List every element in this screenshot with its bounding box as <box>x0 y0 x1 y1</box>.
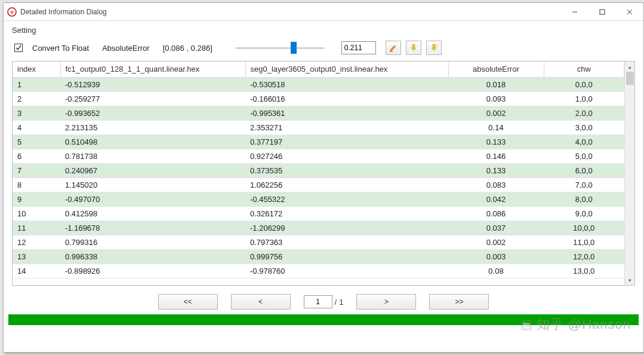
pencil-icon <box>389 44 398 52</box>
table-row[interactable]: 9-0.497070-0.4553220.0428,0,0 <box>13 192 624 206</box>
first-page-button[interactable]: << <box>158 294 218 310</box>
table-row[interactable]: 50.5104980.3771970.1334,0,0 <box>13 134 624 149</box>
table-row[interactable]: 3-0.993652-0.9953610.0022,0,0 <box>13 106 624 120</box>
header-chw[interactable]: chw <box>544 62 624 77</box>
cell-err: 0.133 <box>448 163 544 178</box>
cell-index: 2 <box>13 91 60 106</box>
scroll-thumb[interactable] <box>626 72 634 85</box>
cell-index: 14 <box>13 264 60 278</box>
app-icon: V <box>7 7 17 17</box>
cell-chw: 7,0,0 <box>544 178 624 192</box>
cell-a: -0.512939 <box>60 77 245 91</box>
cell-a: -0.898926 <box>60 264 245 278</box>
header-column-b[interactable]: seg0_layer3605_output0_inst.linear.hex <box>245 62 448 77</box>
table-row[interactable]: 70.2409670.3735350.1336,0,0 <box>13 163 624 178</box>
error-mode-label: AbsoluteError <box>102 44 149 53</box>
pager: << < / 1 > >> <box>4 286 643 314</box>
cell-a: 0.799316 <box>60 235 245 249</box>
controls-row: Convert To Float AbsoluteError [0.086 , … <box>12 38 635 57</box>
table-row[interactable]: 81.1450201.0622560.0837,0,0 <box>13 178 624 192</box>
threshold-slider[interactable] <box>235 41 325 54</box>
cell-index: 7 <box>13 163 60 178</box>
svg-text:V: V <box>10 10 14 15</box>
page-total: 1 <box>339 298 343 307</box>
cell-index: 4 <box>13 120 60 134</box>
edit-button[interactable] <box>386 41 401 55</box>
convert-to-float-checkbox[interactable] <box>14 44 23 52</box>
svg-marker-8 <box>411 48 416 51</box>
next-page-button[interactable]: > <box>356 294 416 310</box>
table-row[interactable]: 42.2131352.3532710.143,0,0 <box>13 120 624 134</box>
table-row[interactable]: 130.9963380.9997560.00312,0,0 <box>13 249 624 264</box>
table-row[interactable]: 60.7817380.9272460.1465,0,0 <box>13 149 624 163</box>
threshold-input[interactable] <box>341 41 376 54</box>
cell-index: 8 <box>13 178 60 192</box>
cell-a: -0.259277 <box>60 91 245 106</box>
cell-chw: 2,0,0 <box>544 106 624 120</box>
cell-chw: 3,0,0 <box>544 120 624 134</box>
cell-chw: 5,0,0 <box>544 149 624 163</box>
svg-rect-9 <box>433 44 435 48</box>
scroll-up-arrow[interactable]: ▴ <box>625 62 634 72</box>
data-table: index fc1_output0_128_1_1_quant.linear.h… <box>13 62 624 279</box>
cell-index: 5 <box>13 134 60 149</box>
maximize-button[interactable] <box>588 3 616 20</box>
cell-index: 10 <box>13 206 60 221</box>
cell-index: 11 <box>13 221 60 235</box>
cell-err: 0.146 <box>448 149 544 163</box>
vertical-scrollbar[interactable]: ▴ ▾ <box>624 62 634 285</box>
table-row[interactable]: 2-0.259277-0.1660160.0931,0,0 <box>13 91 624 106</box>
scroll-down-arrow[interactable]: ▾ <box>625 275 634 285</box>
header-index[interactable]: index <box>13 62 60 77</box>
close-button[interactable] <box>616 3 643 20</box>
cell-b: -1.206299 <box>245 221 448 235</box>
cell-a: -0.993652 <box>60 106 245 120</box>
cell-index: 9 <box>13 192 60 206</box>
table-row[interactable]: 1-0.512939-0.5305180.0180,0,0 <box>13 77 624 91</box>
page-sep: / <box>335 298 337 307</box>
cell-err: 0.086 <box>448 206 544 221</box>
cell-b: 0.377197 <box>245 134 448 149</box>
minimize-button[interactable] <box>561 3 588 20</box>
cell-chw: 6,0,0 <box>544 163 624 178</box>
header-column-a[interactable]: fc1_output0_128_1_1_quant.linear.hex <box>60 62 245 77</box>
cell-chw: 11,0,0 <box>544 235 624 249</box>
page-indicator: / 1 <box>304 295 344 308</box>
cell-err: 0.08 <box>448 264 544 278</box>
toolbar: Setting Convert To Float AbsoluteError [… <box>4 21 643 61</box>
dialog-window: V Detailed Information Dialog Setting Co… <box>3 2 644 353</box>
cell-a: 0.412598 <box>60 206 245 221</box>
cell-b: 1.062256 <box>245 178 448 192</box>
cell-chw: 8,0,0 <box>544 192 624 206</box>
cell-err: 0.14 <box>448 120 544 134</box>
page-input[interactable] <box>304 295 332 308</box>
cell-b: 2.353271 <box>245 120 448 134</box>
table-row[interactable]: 11-1.169678-1.2062990.03710,0,0 <box>13 221 624 235</box>
svg-point-11 <box>435 44 437 47</box>
table-row[interactable]: 14-0.898926-0.9787600.0813,0,0 <box>13 264 624 278</box>
cell-chw: 10,0,0 <box>544 221 624 235</box>
convert-to-float-label: Convert To Float <box>32 44 89 53</box>
cell-err: 0.037 <box>448 221 544 235</box>
cell-chw: 4,0,0 <box>544 134 624 149</box>
data-table-container: index fc1_output0_128_1_1_quant.linear.h… <box>12 61 635 286</box>
move-down-button-1[interactable] <box>406 41 421 55</box>
slider-thumb[interactable] <box>291 42 297 54</box>
cell-b: 0.927246 <box>245 149 448 163</box>
cell-b: -0.530518 <box>245 77 448 91</box>
cell-a: 0.996338 <box>60 249 245 264</box>
last-page-button[interactable]: >> <box>429 294 489 310</box>
status-bar <box>8 314 639 325</box>
table-row[interactable]: 120.7993160.7973630.00211,0,0 <box>13 235 624 249</box>
header-error[interactable]: absoluteError <box>448 62 544 77</box>
move-down-button-2[interactable] <box>426 41 442 55</box>
cell-err: 0.093 <box>448 91 544 106</box>
svg-rect-7 <box>412 44 415 48</box>
table-row[interactable]: 100.4125980.3261720.0869,0,0 <box>13 206 624 221</box>
cell-a: -1.169678 <box>60 221 245 235</box>
setting-label: Setting <box>12 26 36 35</box>
cell-b: -0.166016 <box>245 91 448 106</box>
cell-b: 0.326172 <box>245 206 448 221</box>
window-title: Detailed Information Dialog <box>20 8 561 16</box>
prev-page-button[interactable]: < <box>231 294 291 310</box>
